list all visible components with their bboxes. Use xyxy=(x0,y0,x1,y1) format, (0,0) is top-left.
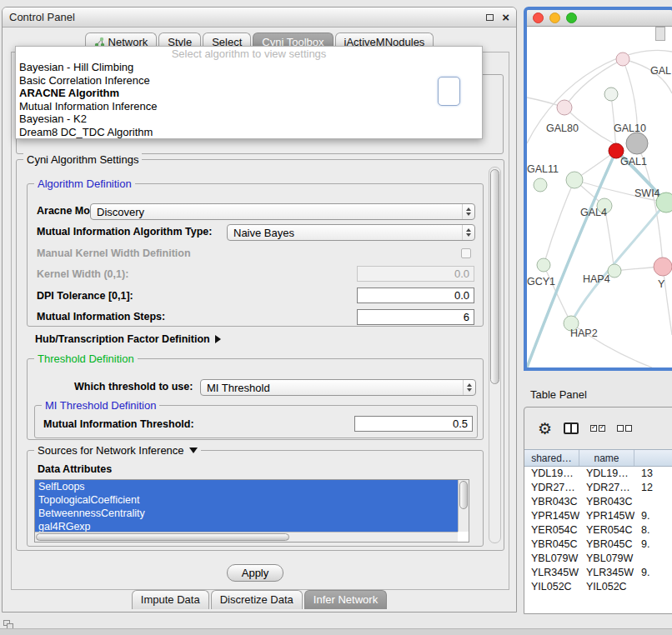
cell[interactable]: YLR345W xyxy=(524,566,579,580)
tab-impute-data[interactable]: Impute Data xyxy=(132,590,209,609)
cell[interactable]: 13 xyxy=(634,467,672,481)
cell[interactable]: YBR045C xyxy=(579,538,634,552)
network-node[interactable] xyxy=(604,88,618,101)
table-row[interactable]: YER054C YER054C 8. xyxy=(524,523,672,538)
apply-button[interactable]: Apply xyxy=(227,564,283,582)
sources-expander[interactable]: Sources for Network Inference xyxy=(34,444,201,457)
network-scrollbar-remnant[interactable] xyxy=(655,27,665,41)
cell[interactable]: YLR345W xyxy=(579,566,634,580)
cell[interactable]: YDR27… xyxy=(579,481,634,495)
expander-arrow-icon[interactable] xyxy=(215,335,221,343)
network-node[interactable] xyxy=(537,258,550,272)
settings-scrollbar-thumb[interactable] xyxy=(490,169,499,384)
tab-infer-network[interactable]: Infer Network xyxy=(304,590,387,609)
cell[interactable]: YER054C xyxy=(579,523,634,538)
manual-kernel-width-checkbox[interactable] xyxy=(461,248,471,258)
cell[interactable]: YDR27… xyxy=(524,481,579,495)
network-edge[interactable] xyxy=(544,180,574,265)
cell[interactable] xyxy=(634,495,672,509)
dropdown-item-selected[interactable]: ARACNE Algorithm xyxy=(16,87,482,100)
cell[interactable]: YBR045C xyxy=(524,538,579,552)
cell[interactable]: YBL079W xyxy=(524,552,579,566)
node-label: GAL xyxy=(650,65,671,77)
cell[interactable]: YPR145W xyxy=(524,509,579,523)
cell[interactable]: YDL19… xyxy=(579,467,634,481)
table-row[interactable]: YBL079W YBL079W xyxy=(524,552,672,566)
expander-arrow-icon[interactable] xyxy=(189,448,198,453)
cell[interactable] xyxy=(634,580,672,594)
cell[interactable] xyxy=(634,552,672,566)
table-row[interactable]: YBR043C YBR043C xyxy=(524,495,672,509)
gear-icon[interactable]: ⚙ xyxy=(538,421,552,437)
column-header-name[interactable]: name xyxy=(579,450,634,466)
combobox-stepper-icon[interactable] xyxy=(462,204,474,219)
cell[interactable]: 8. xyxy=(634,523,672,538)
mi-threshold-field[interactable]: 0.5 xyxy=(354,416,473,432)
cell[interactable]: YIL052C xyxy=(579,580,634,594)
table-row[interactable]: YBR045C YBR045C 9. xyxy=(524,538,672,552)
list-item[interactable]: SelfLoops xyxy=(35,480,458,493)
table-row[interactable]: YDR27… YDR27… 12 xyxy=(524,481,672,495)
scrollbar-thumb[interactable] xyxy=(36,533,289,541)
network-node-pink[interactable] xyxy=(654,258,672,276)
close-icon[interactable]: × xyxy=(502,11,509,23)
zoom-traffic-light-icon[interactable] xyxy=(566,12,577,23)
which-threshold-combobox[interactable]: MI Threshold xyxy=(200,379,476,396)
cell[interactable]: 9. xyxy=(634,509,672,523)
aracne-mode-combobox[interactable]: Discovery xyxy=(90,203,475,220)
dropdown-item[interactable]: Basic Correlation Inference xyxy=(16,74,482,88)
hub-definition-expander[interactable]: Hub/Transcription Factor Definition xyxy=(35,333,221,345)
column-header-shared-name[interactable]: shared… xyxy=(524,450,579,466)
network-edge[interactable] xyxy=(663,267,672,335)
cell[interactable]: YBR043C xyxy=(524,495,579,509)
close-traffic-light-icon[interactable] xyxy=(533,12,544,23)
network-node[interactable] xyxy=(616,52,629,66)
dropdown-item[interactable]: Bayesian - Hill Climbing xyxy=(16,61,482,74)
column-header-cut[interactable] xyxy=(634,450,672,466)
table-row[interactable]: YPR145W YPR145W 9. xyxy=(524,509,672,523)
cell[interactable]: YER054C xyxy=(524,523,579,538)
minimize-traffic-light-icon[interactable] xyxy=(549,12,560,23)
minimize-icon[interactable] xyxy=(486,14,494,21)
cell[interactable]: 9. xyxy=(634,538,672,552)
cell[interactable]: 9. xyxy=(634,566,672,580)
settings-scrollbar[interactable] xyxy=(489,167,501,543)
network-node[interactable] xyxy=(566,172,583,188)
list-item[interactable]: BetweennessCentrality xyxy=(35,507,458,520)
control-panel-titlebar[interactable]: Control Panel × xyxy=(3,8,516,28)
cell[interactable]: 12 xyxy=(634,481,672,495)
scrollbar-thumb[interactable] xyxy=(459,481,468,509)
table-row[interactable]: YIL052C YIL052C xyxy=(524,580,672,594)
table-row[interactable]: YDL19… YDL19… 13 xyxy=(524,467,672,481)
data-attributes-list[interactable]: SelfLoops TopologicalCoefficient Between… xyxy=(34,479,469,542)
network-graph: GAL GAL80 GAL10 GAL11 GAL1 SWI4 GAL4 GCY… xyxy=(527,27,672,368)
dropdown-item[interactable]: Mutual Information Inference xyxy=(16,100,482,113)
combobox-stepper-icon[interactable] xyxy=(462,225,474,240)
network-node-gal10[interactable] xyxy=(626,132,648,154)
tab-discretize-data[interactable]: Discretize Data xyxy=(211,590,303,609)
columns-icon[interactable] xyxy=(564,422,579,434)
cell[interactable]: YIL052C xyxy=(524,580,579,594)
cell[interactable]: YDL19… xyxy=(524,467,579,481)
list-item[interactable]: TopologicalCoefficient xyxy=(35,493,458,507)
list-vertical-scrollbar[interactable] xyxy=(458,480,469,532)
kernel-width-field[interactable]: 0.0 xyxy=(357,266,474,282)
tab-label: Discretize Data xyxy=(220,593,293,606)
mi-steps-field[interactable]: 6 xyxy=(357,309,474,325)
mi-algorithm-type-combobox[interactable]: Naive Bayes xyxy=(227,224,475,241)
clear-all-checks-icon[interactable] xyxy=(617,425,632,432)
table-row[interactable]: YLR345W YLR345W 9. xyxy=(524,566,672,580)
select-all-checks-icon[interactable] xyxy=(590,425,605,432)
dropdown-item[interactable]: Dream8 DC_TDC Algorithm xyxy=(16,126,482,139)
cell[interactable]: YBL079W xyxy=(579,552,634,566)
network-node[interactable] xyxy=(534,178,547,192)
network-canvas[interactable]: GAL GAL80 GAL10 GAL11 GAL1 SWI4 GAL4 GCY… xyxy=(527,27,672,368)
network-window-titlebar[interactable] xyxy=(527,10,672,27)
dropdown-item[interactable]: Bayesian - K2 xyxy=(16,112,482,126)
list-horizontal-scrollbar[interactable] xyxy=(35,532,458,542)
network-node[interactable] xyxy=(557,100,572,115)
cell[interactable]: YPR145W xyxy=(579,509,634,523)
cell[interactable]: YBR043C xyxy=(579,495,634,509)
dpi-tolerance-field[interactable]: 0.0 xyxy=(357,288,474,303)
combobox-stepper-icon[interactable] xyxy=(463,380,475,395)
